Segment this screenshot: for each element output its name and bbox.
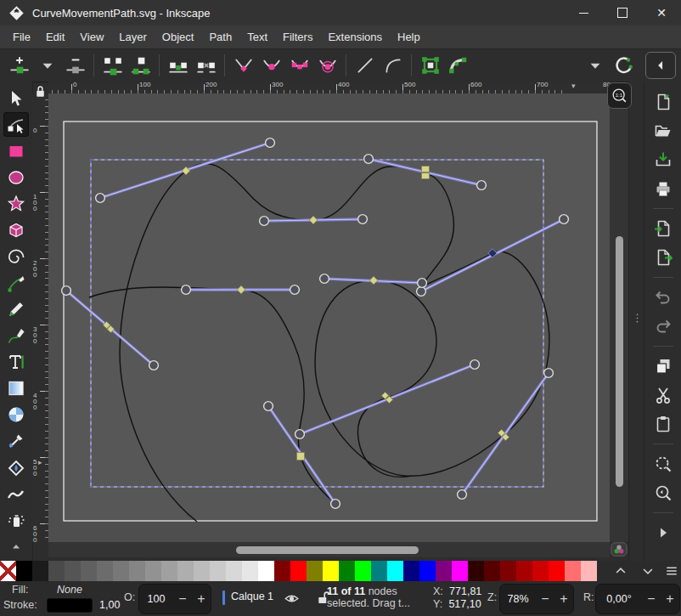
vertical-scrollbar-thumb[interactable] xyxy=(616,236,623,487)
join-with-segment-button[interactable] xyxy=(164,53,192,78)
layer-visibility-toggle[interactable] xyxy=(284,591,300,609)
spiral-tool[interactable] xyxy=(3,244,29,268)
path-node[interactable] xyxy=(422,173,430,179)
palette-swatch[interactable] xyxy=(242,561,258,581)
palette-swatch[interactable] xyxy=(355,561,371,581)
palette-swatch[interactable] xyxy=(145,561,161,581)
insert-node-dropdown-button[interactable] xyxy=(33,53,61,78)
pen-tool[interactable] xyxy=(3,270,29,295)
menu-edit[interactable]: Edit xyxy=(38,27,72,47)
canvas[interactable] xyxy=(48,93,610,542)
horizontal-ruler[interactable]: 0100200300400500600700800▾ xyxy=(48,82,610,93)
selector-tool[interactable] xyxy=(3,86,29,110)
object-to-path-button[interactable] xyxy=(416,53,444,78)
menu-help[interactable]: Help xyxy=(390,27,428,47)
stroke-width-value[interactable]: 1,00 xyxy=(99,599,120,611)
node-auto-button[interactable] xyxy=(313,53,341,78)
zoom-drawing-button[interactable] xyxy=(650,481,676,505)
paste-button[interactable] xyxy=(650,412,676,436)
palette-swatch[interactable] xyxy=(484,561,500,581)
palette-up-button[interactable] xyxy=(611,562,630,579)
palette-swatch[interactable] xyxy=(210,561,226,581)
vertical-ruler[interactable]: 01 0 02 0 03 0 04 0 05 0 06 0 0▸ xyxy=(32,93,48,542)
menu-text[interactable]: Text xyxy=(239,27,275,47)
opacity-decrease-button[interactable]: − xyxy=(173,592,192,606)
opacity-value[interactable]: 100 xyxy=(139,593,173,605)
layer-name[interactable]: Calque 1 xyxy=(231,591,273,602)
zoom-value[interactable]: 78% xyxy=(500,593,536,605)
menu-filters[interactable]: Filters xyxy=(275,27,320,47)
palette-swatch[interactable] xyxy=(161,561,177,581)
rotation-value[interactable]: 0,00° xyxy=(596,593,642,605)
spray-tool[interactable] xyxy=(3,507,29,532)
palette-swatch[interactable] xyxy=(532,561,549,581)
copy-button[interactable] xyxy=(650,354,676,378)
pencil-tool[interactable] xyxy=(3,297,29,321)
drag-grip-icon[interactable] xyxy=(632,313,643,326)
palette-swatch[interactable] xyxy=(194,561,210,581)
cut-button[interactable] xyxy=(650,383,676,407)
node-tool[interactable] xyxy=(3,112,29,137)
zoom-increase-button[interactable]: + xyxy=(554,592,573,606)
join-nodes-button[interactable] xyxy=(98,53,127,78)
export-document-button[interactable] xyxy=(650,246,676,269)
palette-swatch[interactable] xyxy=(177,561,194,581)
drawing-svg[interactable] xyxy=(48,93,610,542)
text-tool[interactable] xyxy=(3,349,29,374)
palette-swatch[interactable] xyxy=(549,561,565,581)
horizontal-scrollbar-thumb[interactable] xyxy=(236,546,419,554)
palette-swatch[interactable] xyxy=(97,561,113,581)
break-nodes-button[interactable] xyxy=(127,53,155,78)
close-button[interactable]: ✕ xyxy=(642,0,681,25)
mesh-tool[interactable] xyxy=(3,402,29,427)
more-tools[interactable] xyxy=(3,534,29,558)
node-symmetric-button[interactable] xyxy=(285,53,313,78)
palette-swatch[interactable] xyxy=(65,561,81,581)
palette-swatch[interactable] xyxy=(48,561,65,581)
palette-swatch[interactable] xyxy=(387,561,403,581)
star-tool[interactable] xyxy=(3,191,29,216)
palette-swatch[interactable] xyxy=(290,561,307,581)
delete-segment-button[interactable] xyxy=(192,53,220,78)
palette-down-button[interactable] xyxy=(639,562,657,579)
segment-line-button[interactable] xyxy=(351,53,379,78)
calligraphy-tool[interactable] xyxy=(3,323,29,348)
palette-swatch[interactable] xyxy=(436,561,452,581)
palette-swatch[interactable] xyxy=(516,561,532,581)
save-document-button[interactable] xyxy=(650,148,676,172)
vertical-scrollbar[interactable] xyxy=(610,93,628,542)
path-node[interactable] xyxy=(297,453,305,461)
delete-node-button[interactable] xyxy=(61,53,89,78)
palette-swatch-none[interactable] xyxy=(0,561,16,581)
more-commands-button[interactable] xyxy=(650,521,676,545)
menu-view[interactable]: View xyxy=(72,27,111,47)
open-document-button[interactable] xyxy=(650,119,676,143)
panel-collapse-button[interactable] xyxy=(645,52,676,79)
ellipse-tool[interactable] xyxy=(3,165,29,189)
palette-swatch[interactable] xyxy=(113,561,129,581)
menu-path[interactable]: Path xyxy=(201,27,239,47)
palette-swatch[interactable] xyxy=(323,561,339,581)
horizontal-scrollbar[interactable] xyxy=(48,542,610,557)
redo-button[interactable] xyxy=(650,314,676,338)
new-document-button[interactable] xyxy=(650,90,676,114)
minimize-button[interactable] xyxy=(564,0,603,25)
zoom-1to1-button[interactable]: 1:1 xyxy=(607,82,632,109)
path-node[interactable] xyxy=(422,167,430,172)
palette-swatch[interactable] xyxy=(500,561,516,581)
undo-button[interactable] xyxy=(650,285,676,309)
guide-lock-icon[interactable] xyxy=(33,84,48,101)
palette-swatch[interactable] xyxy=(274,561,290,581)
maximize-button[interactable] xyxy=(603,0,642,25)
palette-swatch[interactable] xyxy=(129,561,145,581)
import-document-button[interactable] xyxy=(650,217,676,240)
menu-layer[interactable]: Layer xyxy=(111,27,155,47)
insert-node-button[interactable] xyxy=(5,53,33,78)
menu-object[interactable]: Object xyxy=(155,27,202,47)
rect-tool[interactable] xyxy=(3,138,29,163)
palette-swatch[interactable] xyxy=(468,561,484,581)
palette-swatch[interactable] xyxy=(565,561,581,581)
node-corner-button[interactable] xyxy=(229,53,257,78)
dropper-tool[interactable] xyxy=(3,428,29,453)
box3d-tool[interactable] xyxy=(3,218,29,242)
